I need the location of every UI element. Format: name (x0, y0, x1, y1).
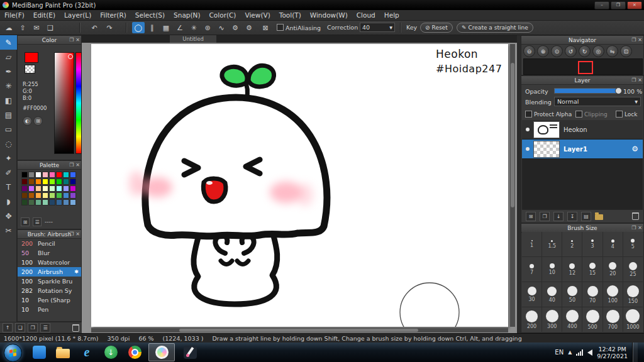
brush-size-option[interactable]: 500 (582, 307, 602, 332)
layer-menu-button[interactable]: ▤ (581, 212, 591, 221)
palette-swatch[interactable] (35, 172, 42, 178)
delete-layer-icon[interactable] (632, 212, 639, 220)
brush-size-option[interactable]: 3 (582, 232, 602, 256)
palette-swatch[interactable] (28, 172, 35, 178)
clipping-checkbox[interactable]: Clipping (575, 111, 608, 118)
menu-tool[interactable]: Tool(T) (275, 11, 306, 19)
document-tab[interactable]: Untitled (170, 35, 216, 43)
language-indicator[interactable]: EN (555, 349, 564, 356)
brush-item-selected[interactable]: 200Airbrush✱ (18, 267, 81, 277)
vertical-scrollbar[interactable] (510, 44, 515, 327)
palette-swatch[interactable] (63, 185, 69, 192)
close-button[interactable]: ✕ (627, 1, 642, 9)
snap-curve-button[interactable]: ∿ (215, 22, 228, 33)
palette-swatch[interactable] (28, 185, 35, 192)
navigator-viewport-rect[interactable] (578, 61, 593, 74)
volume-icon[interactable] (587, 349, 592, 356)
brush-size-option[interactable]: 40 (542, 282, 562, 307)
flip-horizontal-button[interactable]: ⇋ (606, 45, 618, 57)
minimize-button[interactable]: – (594, 1, 609, 9)
palette-swatch[interactable] (49, 199, 55, 206)
select-tool[interactable]: ▭ (0, 122, 17, 136)
eyedropper-tool[interactable]: ◗ (0, 194, 17, 209)
palette-swatch[interactable] (42, 185, 48, 192)
hue-slider[interactable] (75, 52, 82, 154)
upload-icon[interactable]: ⇧ (16, 22, 29, 33)
foreground-color-swatch[interactable] (25, 52, 38, 63)
rotate-ccw-button[interactable]: ↺ (565, 45, 577, 57)
menu-color[interactable]: Color(C) (205, 11, 241, 19)
snap-angle-button[interactable]: ∠ (174, 22, 186, 33)
snap-cross-button[interactable]: ✳ (187, 22, 200, 33)
brush-item[interactable]: 10Pen (18, 305, 81, 314)
brush-size-option[interactable]: 100 (603, 282, 623, 307)
snap-settings-icon[interactable]: ⚙ (229, 22, 242, 33)
brush-item[interactable]: 10Pen (Sharp (18, 295, 81, 305)
menu-snap[interactable]: Snap(N) (169, 11, 204, 19)
palette-swatch[interactable] (63, 172, 69, 178)
brush-item[interactable]: 100Watercolor (18, 258, 81, 267)
brush-size-option[interactable]: 4 (603, 232, 623, 256)
palette-swatch[interactable] (56, 185, 62, 192)
transparent-color-swatch[interactable] (25, 65, 35, 74)
horizontal-scroll-thumb[interactable] (179, 329, 418, 332)
palette-swatch[interactable] (63, 192, 69, 199)
brush-item[interactable]: 100Sparkle Bru (18, 277, 81, 286)
palette-swatch[interactable] (35, 185, 42, 192)
brush-size-option[interactable]: 1 (522, 232, 541, 256)
palette-swatch[interactable] (56, 172, 62, 178)
palette-swatch[interactable] (56, 199, 62, 206)
palette-swatch[interactable] (35, 199, 42, 206)
taskbar-paint-app-button[interactable] (179, 343, 201, 361)
brush-size-option[interactable]: 15 (582, 257, 602, 282)
close-icon[interactable]: ✕ (75, 161, 80, 169)
layer-settings-icon[interactable]: ⚙ (631, 145, 638, 153)
antialiasing-checkbox[interactable]: AntiAliasing (277, 24, 321, 31)
brush-size-option[interactable]: 20 (603, 257, 623, 282)
pen-tool[interactable]: ✒ (0, 64, 17, 79)
palette-swatch[interactable] (70, 192, 76, 199)
airbrush-tool[interactable]: ✳ (0, 79, 17, 93)
palette-swatch[interactable] (28, 178, 35, 185)
snap-radial-button[interactable]: ⊛ (201, 22, 214, 33)
create-straight-line-button[interactable]: ✎ Create a straight line (457, 23, 533, 33)
palette-swatch[interactable] (49, 178, 55, 185)
taskbar-explorer-button[interactable] (52, 343, 74, 361)
menu-layer[interactable]: Layer(L) (60, 11, 96, 19)
snap-settings-2-icon[interactable]: ⚙ (243, 22, 255, 33)
palette-swatch[interactable] (63, 178, 69, 185)
snap-off-button[interactable]: ◯ (132, 22, 145, 33)
popout-icon[interactable]: ❐ (69, 161, 74, 169)
horizontal-scrollbar[interactable] (91, 328, 508, 332)
divide-tool[interactable]: ✂ (0, 223, 17, 238)
snap-parallel-button[interactable]: ∥ (146, 22, 158, 33)
saturation-value-picker[interactable] (54, 52, 74, 154)
palette-swatch[interactable] (21, 178, 28, 185)
menu-view[interactable]: View(V) (240, 11, 274, 19)
menu-edit[interactable]: Edit(E) (29, 11, 60, 19)
protect-alpha-checkbox[interactable]: Protect Alpha (525, 111, 572, 118)
palette-swatch[interactable] (49, 185, 55, 192)
brush-size-option[interactable]: 200 (522, 307, 541, 332)
palette-swatch[interactable] (28, 192, 35, 199)
brush-size-option[interactable]: 300 (542, 307, 562, 332)
lasso-select-tool[interactable]: ◌ (0, 136, 17, 151)
palette-swatch[interactable] (42, 178, 48, 185)
close-icon[interactable]: ✕ (638, 36, 642, 44)
hidden-icons-button[interactable]: ▲ (568, 349, 572, 355)
popout-icon[interactable]: ❐ (69, 230, 74, 238)
popout-icon[interactable]: ❐ (69, 36, 74, 44)
brush-size-option[interactable]: 400 (562, 307, 582, 332)
color-wheel-toggle[interactable]: ◐ (23, 116, 32, 126)
palette-swatch[interactable] (28, 199, 35, 206)
antialiasing-box[interactable] (277, 24, 284, 31)
palette-swatch[interactable] (35, 178, 42, 185)
snap-grid-button[interactable]: ▦ (160, 22, 172, 33)
palette-swatch[interactable] (70, 172, 76, 178)
show-desktop-button[interactable] (632, 343, 638, 362)
merge-layer-button[interactable]: ↧ (567, 212, 577, 221)
blending-dropdown[interactable]: Normal ▾ (554, 97, 641, 106)
close-icon[interactable]: ✕ (75, 230, 80, 238)
palette-swatch[interactable] (42, 172, 48, 178)
zoom-in-button[interactable]: ⊕ (537, 45, 549, 57)
